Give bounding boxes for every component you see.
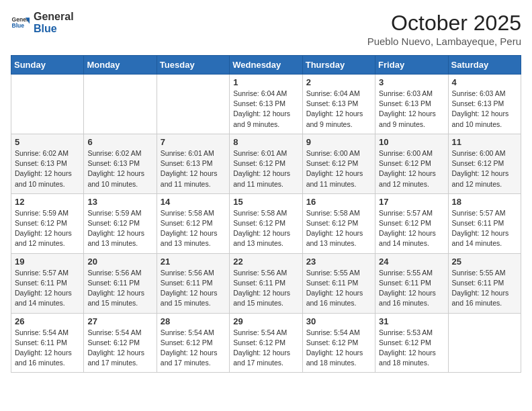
day-info: Sunrise: 5:56 AMSunset: 6:11 PMDaylight:… xyxy=(161,268,226,309)
calendar-cell: 13Sunrise: 5:59 AMSunset: 6:12 PMDayligh… xyxy=(84,193,157,253)
day-info: Sunrise: 6:03 AMSunset: 6:13 PMDaylight:… xyxy=(379,89,444,130)
weekday-header-row: SundayMondayTuesdayWednesdayThursdayFrid… xyxy=(11,56,521,75)
day-info: Sunrise: 6:04 AMSunset: 6:13 PMDaylight:… xyxy=(233,89,298,130)
calendar-cell: 1Sunrise: 6:04 AMSunset: 6:13 PMDaylight… xyxy=(230,75,302,134)
calendar-cell: 30Sunrise: 5:54 AMSunset: 6:12 PMDayligh… xyxy=(302,313,375,373)
day-number: 24 xyxy=(379,257,444,267)
day-number: 5 xyxy=(15,137,80,147)
calendar-cell: 3Sunrise: 6:03 AMSunset: 6:13 PMDaylight… xyxy=(375,75,448,134)
weekday-header-monday: Monday xyxy=(84,56,157,75)
day-info: Sunrise: 5:56 AMSunset: 6:11 PMDaylight:… xyxy=(233,268,298,309)
day-number: 18 xyxy=(452,197,517,207)
calendar-cell: 16Sunrise: 5:58 AMSunset: 6:12 PMDayligh… xyxy=(302,193,375,253)
weekday-header-friday: Friday xyxy=(375,56,448,75)
logo: General Blue General Blue xyxy=(11,11,74,34)
day-number: 20 xyxy=(87,257,152,267)
logo-icon: General Blue xyxy=(11,13,30,32)
calendar-cell: 7Sunrise: 6:01 AMSunset: 6:13 PMDaylight… xyxy=(157,134,229,193)
logo-general-text: General xyxy=(34,11,74,23)
calendar-cell xyxy=(84,75,157,134)
day-info: Sunrise: 5:58 AMSunset: 6:12 PMDaylight:… xyxy=(306,208,371,249)
day-number: 31 xyxy=(379,316,444,326)
calendar-cell: 15Sunrise: 5:58 AMSunset: 6:12 PMDayligh… xyxy=(230,193,302,253)
day-info: Sunrise: 5:57 AMSunset: 6:11 PMDaylight:… xyxy=(452,208,517,249)
day-info: Sunrise: 5:59 AMSunset: 6:12 PMDaylight:… xyxy=(87,208,152,249)
day-info: Sunrise: 5:58 AMSunset: 6:12 PMDaylight:… xyxy=(161,208,226,249)
calendar-cell: 22Sunrise: 5:56 AMSunset: 6:11 PMDayligh… xyxy=(230,253,302,313)
calendar-cell: 2Sunrise: 6:04 AMSunset: 6:13 PMDaylight… xyxy=(302,75,375,134)
day-info: Sunrise: 5:54 AMSunset: 6:12 PMDaylight:… xyxy=(233,328,298,369)
day-info: Sunrise: 5:53 AMSunset: 6:12 PMDaylight:… xyxy=(379,328,444,369)
day-number: 15 xyxy=(233,197,298,207)
day-info: Sunrise: 5:57 AMSunset: 6:12 PMDaylight:… xyxy=(379,208,444,249)
day-number: 28 xyxy=(161,316,226,326)
day-info: Sunrise: 6:00 AMSunset: 6:12 PMDaylight:… xyxy=(452,148,517,189)
subtitle: Pueblo Nuevo, Lambayeque, Peru xyxy=(367,36,521,47)
calendar-cell: 25Sunrise: 5:55 AMSunset: 6:11 PMDayligh… xyxy=(448,253,521,313)
day-info: Sunrise: 5:55 AMSunset: 6:11 PMDaylight:… xyxy=(306,268,371,309)
day-info: Sunrise: 5:54 AMSunset: 6:11 PMDaylight:… xyxy=(15,328,80,369)
calendar-cell: 11Sunrise: 6:00 AMSunset: 6:12 PMDayligh… xyxy=(448,134,521,193)
day-info: Sunrise: 5:58 AMSunset: 6:12 PMDaylight:… xyxy=(233,208,298,249)
day-number: 29 xyxy=(233,316,298,326)
calendar-cell: 5Sunrise: 6:02 AMSunset: 6:13 PMDaylight… xyxy=(11,134,84,193)
weekday-header-wednesday: Wednesday xyxy=(230,56,302,75)
weekday-header-sunday: Sunday xyxy=(11,56,84,75)
calendar-cell: 24Sunrise: 5:55 AMSunset: 6:11 PMDayligh… xyxy=(375,253,448,313)
day-number: 1 xyxy=(233,77,298,87)
day-info: Sunrise: 5:59 AMSunset: 6:12 PMDaylight:… xyxy=(15,208,80,249)
day-number: 16 xyxy=(306,197,371,207)
calendar-cell: 31Sunrise: 5:53 AMSunset: 6:12 PMDayligh… xyxy=(375,313,448,373)
calendar-week-5: 26Sunrise: 5:54 AMSunset: 6:11 PMDayligh… xyxy=(11,313,521,373)
day-info: Sunrise: 5:56 AMSunset: 6:11 PMDaylight:… xyxy=(87,268,152,309)
logo-blue-text: Blue xyxy=(34,23,74,35)
day-info: Sunrise: 5:54 AMSunset: 6:12 PMDaylight:… xyxy=(306,328,371,369)
calendar-cell xyxy=(448,313,521,373)
calendar-cell: 27Sunrise: 5:54 AMSunset: 6:12 PMDayligh… xyxy=(84,313,157,373)
day-number: 22 xyxy=(233,257,298,267)
calendar-cell: 18Sunrise: 5:57 AMSunset: 6:11 PMDayligh… xyxy=(448,193,521,253)
calendar-cell: 23Sunrise: 5:55 AMSunset: 6:11 PMDayligh… xyxy=(302,253,375,313)
svg-text:Blue: Blue xyxy=(12,22,25,29)
calendar-cell: 8Sunrise: 6:01 AMSunset: 6:12 PMDaylight… xyxy=(230,134,302,193)
day-info: Sunrise: 5:57 AMSunset: 6:11 PMDaylight:… xyxy=(15,268,80,309)
day-number: 27 xyxy=(87,316,152,326)
day-number: 9 xyxy=(306,137,371,147)
day-info: Sunrise: 6:02 AMSunset: 6:13 PMDaylight:… xyxy=(87,148,152,189)
calendar-cell: 10Sunrise: 6:00 AMSunset: 6:12 PMDayligh… xyxy=(375,134,448,193)
day-number: 3 xyxy=(379,77,444,87)
day-number: 2 xyxy=(306,77,371,87)
calendar-cell: 26Sunrise: 5:54 AMSunset: 6:11 PMDayligh… xyxy=(11,313,84,373)
day-number: 23 xyxy=(306,257,371,267)
calendar-cell: 14Sunrise: 5:58 AMSunset: 6:12 PMDayligh… xyxy=(157,193,229,253)
day-number: 14 xyxy=(161,197,226,207)
weekday-header-tuesday: Tuesday xyxy=(157,56,229,75)
calendar-cell: 4Sunrise: 6:03 AMSunset: 6:13 PMDaylight… xyxy=(448,75,521,134)
calendar-week-3: 12Sunrise: 5:59 AMSunset: 6:12 PMDayligh… xyxy=(11,193,521,253)
weekday-header-thursday: Thursday xyxy=(302,56,375,75)
day-info: Sunrise: 6:00 AMSunset: 6:12 PMDaylight:… xyxy=(379,148,444,189)
calendar-cell xyxy=(11,75,84,134)
day-number: 25 xyxy=(452,257,517,267)
day-info: Sunrise: 5:54 AMSunset: 6:12 PMDaylight:… xyxy=(161,328,226,369)
day-number: 21 xyxy=(161,257,226,267)
day-info: Sunrise: 5:54 AMSunset: 6:12 PMDaylight:… xyxy=(87,328,152,369)
day-info: Sunrise: 5:55 AMSunset: 6:11 PMDaylight:… xyxy=(452,268,517,309)
calendar-cell xyxy=(157,75,229,134)
calendar-cell: 9Sunrise: 6:00 AMSunset: 6:12 PMDaylight… xyxy=(302,134,375,193)
calendar-cell: 28Sunrise: 5:54 AMSunset: 6:12 PMDayligh… xyxy=(157,313,229,373)
calendar-cell: 12Sunrise: 5:59 AMSunset: 6:12 PMDayligh… xyxy=(11,193,84,253)
day-info: Sunrise: 6:01 AMSunset: 6:12 PMDaylight:… xyxy=(233,148,298,189)
day-number: 7 xyxy=(161,137,226,147)
weekday-header-saturday: Saturday xyxy=(448,56,521,75)
calendar-week-1: 1Sunrise: 6:04 AMSunset: 6:13 PMDaylight… xyxy=(11,75,521,134)
day-number: 30 xyxy=(306,316,371,326)
day-info: Sunrise: 6:00 AMSunset: 6:12 PMDaylight:… xyxy=(306,148,371,189)
calendar-cell: 29Sunrise: 5:54 AMSunset: 6:12 PMDayligh… xyxy=(230,313,302,373)
day-number: 6 xyxy=(87,137,152,147)
calendar-cell: 21Sunrise: 5:56 AMSunset: 6:11 PMDayligh… xyxy=(157,253,229,313)
day-number: 10 xyxy=(379,137,444,147)
day-number: 8 xyxy=(233,137,298,147)
page-header: General Blue General Blue October 2025 P… xyxy=(11,11,521,47)
day-info: Sunrise: 6:04 AMSunset: 6:13 PMDaylight:… xyxy=(306,89,371,130)
